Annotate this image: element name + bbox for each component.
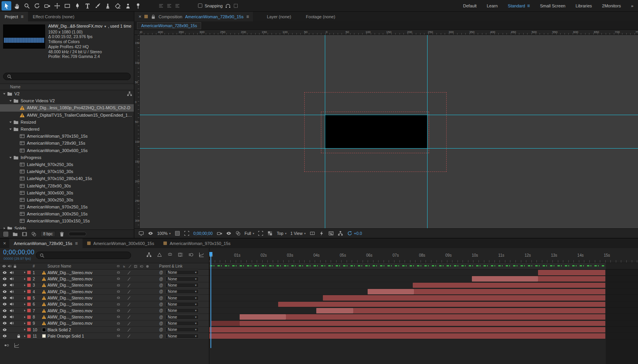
snap-shape-icon[interactable] (225, 3, 231, 8)
workspace-menu-icon[interactable]: ≡ (527, 3, 530, 9)
lock-toggle[interactable] (16, 308, 22, 313)
layer-track[interactable] (209, 276, 638, 282)
layer-bar[interactable] (210, 321, 240, 326)
shy-icon[interactable] (116, 302, 121, 307)
twirl-right-icon[interactable] (22, 284, 27, 287)
audio-toggle[interactable] (9, 321, 15, 326)
puppet-pin-tool[interactable] (133, 1, 143, 10)
label-color-chip[interactable] (27, 315, 31, 319)
composition-tab[interactable]: × Composition AmericanWoman_728x90_15s ≡ (135, 12, 253, 21)
pen-tool[interactable] (72, 1, 82, 10)
lock-icon[interactable] (151, 14, 156, 19)
label-color-chip[interactable] (27, 328, 31, 331)
show-snapshot-icon[interactable] (226, 231, 231, 236)
snapping-checkbox[interactable] (198, 4, 202, 8)
layer-track[interactable] (209, 295, 638, 301)
quality-icon[interactable] (127, 302, 131, 307)
lock-toggle[interactable] (16, 289, 22, 294)
graph-editor-icon[interactable] (199, 252, 204, 257)
horizontal-ruler[interactable]: 4504003503002502001501005005010015020025… (140, 30, 638, 35)
magnification-select[interactable]: 100%▾ (157, 231, 171, 236)
layer-name[interactable]: AMW_Dig..._Stereo.mov (47, 296, 113, 300)
layer-bar[interactable] (209, 327, 605, 332)
shy-icon[interactable] (116, 334, 121, 339)
layer-row[interactable]: 7AMW_Dig..._Stereo.mov@None▾ (0, 308, 209, 314)
hand-tool[interactable] (12, 1, 21, 10)
panel-menu-icon[interactable]: ≡ (246, 14, 249, 19)
graph-editor-icon[interactable] (14, 343, 19, 348)
layer-track[interactable] (209, 282, 638, 289)
adjustment-header-icon[interactable] (145, 264, 149, 268)
project-item[interactable]: LateNight_728x90_30s (0, 182, 134, 189)
layer-name[interactable]: Black Solid 2 (47, 327, 113, 332)
tab-project[interactable]: Project ≡ (0, 12, 28, 21)
video-toggle[interactable] (2, 334, 8, 339)
layer-bar[interactable] (538, 276, 605, 282)
shape-tool[interactable] (62, 1, 72, 10)
eraser-tool[interactable] (113, 1, 123, 10)
twirl-right-icon[interactable] (22, 328, 27, 331)
video-toggle[interactable] (2, 327, 8, 332)
workspace-learn[interactable]: Learn (487, 4, 498, 8)
project-search[interactable] (3, 73, 131, 80)
footage-tab[interactable]: Footage (none) (302, 12, 339, 21)
parent-pickwhip-icon[interactable]: @ (159, 283, 163, 287)
layer-bar[interactable] (368, 289, 414, 294)
parent-select[interactable]: None▾ (165, 276, 199, 282)
timeline-tab[interactable]: AmericanWoman_970x150_15s (159, 238, 235, 248)
footage-thumbnail[interactable] (3, 24, 45, 49)
guide-horizontal-bottom[interactable] (140, 148, 638, 149)
project-item[interactable]: Rendered (0, 126, 134, 133)
twirl-down-icon[interactable] (8, 99, 13, 103)
layer-row[interactable]: 9AMW_Dig..._Stereo.mov@None▾ (0, 320, 209, 327)
layer-bar[interactable] (413, 283, 606, 288)
quality-icon[interactable] (127, 270, 131, 275)
audio-toggle[interactable] (9, 296, 15, 301)
guide-vertical-right[interactable] (427, 35, 428, 228)
playhead-handle[interactable] (209, 252, 212, 257)
layer-tab[interactable]: Layer (none) (263, 12, 295, 21)
label-color-chip[interactable] (27, 290, 31, 293)
twirl-right-icon[interactable] (22, 322, 27, 325)
layer-row[interactable]: 1AMW_Dig..._Stereo.mov@None▾ (0, 270, 209, 276)
workspace-standard[interactable]: Standard≡ (508, 3, 530, 9)
layer-name[interactable]: AMW_Dig..._Stereo.mov (47, 270, 113, 275)
video-toggle[interactable] (2, 296, 8, 301)
label-color-chip[interactable] (27, 284, 31, 287)
new-comp-icon[interactable] (22, 231, 27, 237)
layer-row[interactable]: 11Pale Orange Solid 1@None▾ (0, 333, 209, 339)
vertical-ruler[interactable]: 15010050050100150200250300 (135, 35, 140, 228)
lock-icon[interactable] (13, 264, 17, 268)
fast-preview-icon[interactable] (319, 231, 324, 236)
trash-icon[interactable] (59, 231, 65, 237)
align-icon[interactable] (158, 3, 164, 8)
twirl-down-icon[interactable] (8, 156, 13, 159)
shy-icon[interactable] (116, 321, 121, 326)
view-layout-select[interactable]: 1 View▾ (290, 231, 305, 236)
layer-bar[interactable] (316, 308, 353, 313)
time-ruler[interactable]: 0s01s02s03s04s05s06s07s08s09s10s11s12s13… (209, 248, 638, 263)
workspace-default[interactable]: Default (463, 4, 477, 8)
twirl-right-icon[interactable] (22, 290, 27, 293)
parent-pickwhip-icon[interactable]: @ (159, 296, 163, 300)
exposure-control[interactable]: +0.0 (347, 231, 362, 236)
panel-menu-icon[interactable]: ≡ (75, 241, 78, 246)
shy-icon[interactable] (116, 315, 121, 320)
label-color-chip[interactable] (27, 303, 31, 306)
workspace-overflow-icon[interactable]: » (631, 4, 633, 8)
lock-toggle[interactable] (16, 321, 22, 326)
layer-name[interactable]: AMW_Dig..._Stereo.mov (47, 308, 113, 313)
layer-track[interactable] (209, 314, 638, 320)
twirl-right-icon[interactable] (22, 303, 27, 306)
parent-select[interactable]: None▾ (165, 315, 199, 320)
twirl-down-icon[interactable] (8, 127, 13, 131)
project-item[interactable]: Solids (0, 225, 134, 229)
motion-blur-icon[interactable] (140, 264, 144, 268)
parent-pickwhip-icon[interactable]: @ (159, 321, 163, 326)
mini-timeline-icon[interactable] (328, 231, 334, 236)
panel-menu-icon[interactable]: ≡ (21, 14, 23, 19)
project-settings-icon[interactable] (3, 231, 9, 237)
layer-row[interactable]: 3AMW_Dig..._Stereo.mov@None▾ (0, 282, 209, 289)
audio-toggle[interactable] (9, 327, 15, 332)
video-toggle[interactable] (2, 308, 8, 313)
